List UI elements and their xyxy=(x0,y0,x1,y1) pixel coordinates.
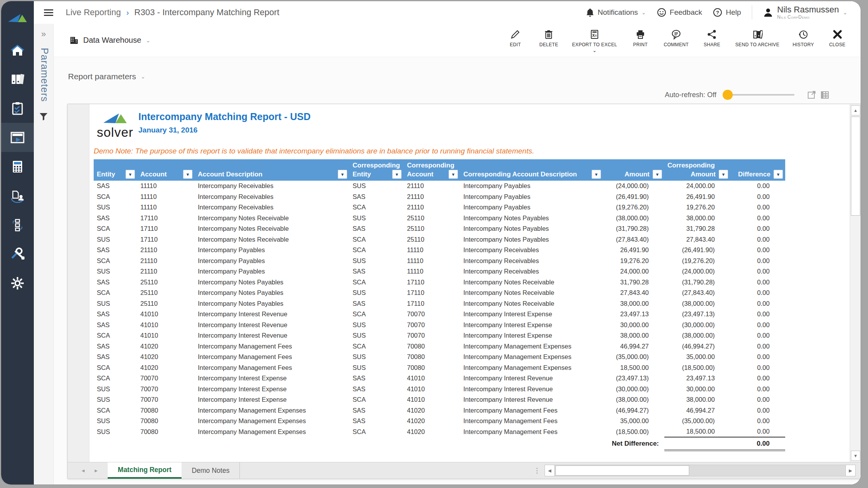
sidebar-item-budgeting[interactable] xyxy=(1,152,34,181)
horizontal-scroll-track[interactable] xyxy=(555,465,845,476)
app-window: » Parameters Live Reporting › R303 - Int… xyxy=(1,1,861,485)
export-to-excel-button[interactable]: X≡ EXPORT TO EXCEL ⌄ xyxy=(572,29,617,51)
cell-account: 11110 xyxy=(404,245,460,256)
filter-button-account-1[interactable]: ▼ xyxy=(183,170,192,179)
cell-account-description: Intercompany Payables xyxy=(195,256,349,267)
cell-entity: SUS xyxy=(349,288,404,298)
cell-difference: 0.00 xyxy=(730,330,785,341)
tab-matching-report[interactable]: Matching Report xyxy=(108,462,182,479)
help-button[interactable]: ? Help xyxy=(713,8,741,17)
cell-account-description: Intercompany Interest Revenue xyxy=(195,309,349,320)
cell-difference: 0.00 xyxy=(730,416,785,427)
parameters-rail: » Parameters xyxy=(34,24,54,485)
auto-refresh-knob[interactable] xyxy=(723,90,733,100)
sidebar-item-live-reporting[interactable] xyxy=(1,123,34,152)
sidebar-item-settings[interactable] xyxy=(1,268,34,298)
column-label: Amount xyxy=(625,171,650,178)
cell-account: 41010 xyxy=(404,394,460,405)
cell-account: 41020 xyxy=(404,405,460,416)
auto-refresh-toggle[interactable] xyxy=(723,90,795,100)
cell-account: 25110 xyxy=(404,234,460,245)
table-row: SAS11110Intercompany ReceivablesSUS21110… xyxy=(94,181,785,192)
filter-funnel-icon[interactable] xyxy=(39,112,48,121)
scroll-right-icon[interactable]: ▶ xyxy=(845,465,856,476)
cell-account-description: Intercompany Notes Payables xyxy=(195,288,349,298)
cell-account: 41010 xyxy=(404,384,460,395)
sidebar-item-archive[interactable] xyxy=(1,64,34,94)
cell-account: 21110 xyxy=(404,181,460,192)
column-header-corresponding-account: CorrespondingAccount▼ xyxy=(404,159,460,181)
cell-account-description: Intercompany Interest Expense xyxy=(195,394,349,405)
breadcrumb-section[interactable]: Live Reporting xyxy=(66,7,121,17)
horizontal-scroll-thumb[interactable] xyxy=(555,465,689,476)
export-dropdown-chevron-icon[interactable]: ⌄ xyxy=(593,50,597,51)
menu-hamburger-icon[interactable] xyxy=(44,8,53,17)
send-to-archive-button[interactable]: SEND TO ARCHIVE xyxy=(735,29,779,47)
tab-splitter-handle[interactable] xyxy=(536,462,545,479)
filter-button-amount-7[interactable]: ▼ xyxy=(719,170,728,179)
print-button[interactable]: PRINT xyxy=(630,29,650,47)
share-button[interactable]: SHARE xyxy=(702,29,722,47)
sidebar xyxy=(1,1,34,485)
filter-button-corresponding-account-description-5[interactable]: ▼ xyxy=(592,170,601,179)
notifications-button[interactable]: Notifications ⌄ xyxy=(586,8,646,17)
filter-button-entity-3[interactable]: ▼ xyxy=(392,170,402,179)
scroll-left-icon[interactable]: ◀ xyxy=(545,465,555,476)
cell-amount: (38,000.00) xyxy=(664,330,730,341)
data-warehouse-icon xyxy=(69,36,79,45)
report-parameters-toggle[interactable]: Report parameters ⌄ xyxy=(68,72,145,81)
delete-button[interactable]: EXPORT TO EXCEL DELETE xyxy=(539,29,559,47)
filter-button-amount-6[interactable]: ▼ xyxy=(653,170,662,179)
cell-account: 41010 xyxy=(404,373,460,384)
sidebar-item-tasks[interactable] xyxy=(1,94,34,123)
cell-entity: SCA xyxy=(349,202,404,213)
filter-button-difference-8[interactable]: ▼ xyxy=(774,170,783,179)
cell-amount: (46,994.27) xyxy=(603,405,664,416)
app-logo[interactable] xyxy=(1,1,34,35)
vertical-scroll-thumb[interactable] xyxy=(851,117,860,216)
cell-difference: 0.00 xyxy=(730,394,785,405)
sheet-nav-right-icon[interactable]: ▸ xyxy=(95,467,98,474)
sidebar-item-user-documents[interactable] xyxy=(1,181,34,210)
cell-difference: 0.00 xyxy=(730,363,785,373)
cell-corresponding-account-description: Intercompany Notes Receivable xyxy=(460,277,603,288)
cell-account: 25110 xyxy=(137,298,195,309)
cell-entity: SAS xyxy=(349,192,404,202)
cell-amount: (19,276.20) xyxy=(603,202,664,213)
cell-amount: (26,491.90) xyxy=(603,192,664,202)
filter-button-account-4[interactable]: ▼ xyxy=(449,170,458,179)
filter-button-entity-0[interactable]: ▼ xyxy=(126,170,135,179)
cell-corresponding-account-description: Intercompany Management Fees xyxy=(460,405,603,416)
cell-amount: (35,000.00) xyxy=(664,416,730,427)
report-viewer: solver Intercompany Matching Report - US… xyxy=(67,104,861,479)
user-menu[interactable]: Nils Rasmussen Nils CorpDemo ⌄ xyxy=(763,5,847,19)
vertical-scrollbar[interactable]: ▲ ▼ xyxy=(850,104,861,462)
close-button[interactable]: CLOSE xyxy=(827,29,847,47)
grid-view-icon[interactable] xyxy=(820,90,830,99)
report-parameters-label: Report parameters xyxy=(68,72,136,81)
feedback-button[interactable]: Feedback xyxy=(657,8,702,17)
cell-account-description: Intercompany Management Fees xyxy=(195,352,349,363)
popout-icon[interactable] xyxy=(807,90,816,99)
user-name: Nils Rasmussen xyxy=(777,5,839,14)
sheet-nav-left-icon[interactable]: ◂ xyxy=(82,467,85,474)
comment-button[interactable]: COMMENT xyxy=(664,29,688,47)
sidebar-item-administration[interactable] xyxy=(1,239,34,268)
edit-button[interactable]: EDIT xyxy=(505,29,526,47)
tab-demo-notes[interactable]: Demo Notes xyxy=(182,462,240,479)
sidebar-item-integrations[interactable] xyxy=(1,210,34,239)
data-warehouse-selector[interactable]: Data Warehouse ⌄ xyxy=(69,36,150,45)
sidebar-item-home[interactable] xyxy=(1,35,34,64)
cell-account: 70070 xyxy=(137,373,195,384)
scroll-down-icon[interactable]: ▼ xyxy=(851,451,860,461)
table-row: SAS41020Intercompany Management FeesSUS7… xyxy=(94,352,785,363)
horizontal-scrollbar[interactable]: ◀ ▶ xyxy=(545,465,856,476)
cell-account: 70070 xyxy=(404,330,460,341)
expand-rail-icon[interactable]: » xyxy=(34,29,53,39)
filter-button-account-description-2[interactable]: ▼ xyxy=(338,170,347,179)
table-header-row: Entity▼Account▼Account Description▼Corre… xyxy=(94,159,785,181)
cell-account-description: Intercompany Management Fees xyxy=(195,341,349,352)
history-button[interactable]: HISTORY xyxy=(793,29,814,47)
scroll-up-icon[interactable]: ▲ xyxy=(851,105,860,115)
cell-corresponding-account-description: Intercompany Interest Revenue xyxy=(460,394,603,405)
